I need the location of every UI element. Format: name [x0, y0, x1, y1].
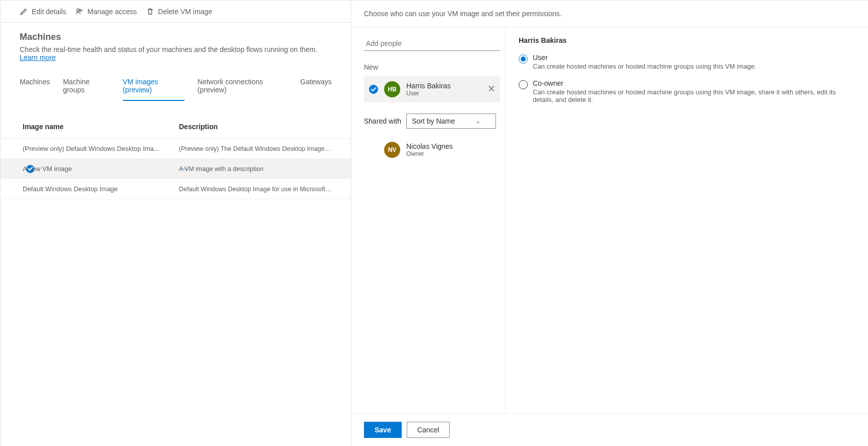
svg-point-0 — [77, 9, 80, 11]
row-name: A new VM image — [23, 165, 179, 173]
row-desc: (Preview only) The Default Windows Deskt… — [179, 145, 332, 152]
table-row[interactable]: A new VM image A VM image with a descrip… — [1, 159, 351, 179]
tab-bar: Machines Machine groups VM images (previ… — [1, 73, 351, 101]
table-row[interactable]: Default Windows Desktop Image Default Wi… — [1, 179, 351, 199]
cancel-button[interactable]: Cancel — [407, 422, 450, 438]
tab-machine-groups[interactable]: Machine groups — [63, 73, 110, 101]
add-people-input[interactable] — [364, 36, 500, 51]
permission-title: Co-owner — [533, 79, 855, 87]
pencil-icon — [20, 8, 28, 16]
page-subtitle-text: Check the real-time health and status of… — [20, 45, 318, 53]
person-row-shared[interactable]: NV Nicolas Vignes Owner — [364, 137, 500, 163]
person-role: Owner — [406, 150, 453, 157]
chevron-down-icon: ⌄ — [475, 118, 480, 125]
table-row[interactable]: (Preview only) Default Windows Desktop I… — [1, 139, 351, 159]
edit-details-label: Edit details — [32, 8, 66, 16]
row-desc: A VM image with a description — [179, 165, 332, 173]
row-desc: Default Windows Desktop Image for use in… — [179, 186, 332, 193]
permission-title: User — [533, 53, 757, 62]
panel-body: New HB Harris Bakiras User Shared with S… — [352, 27, 868, 413]
learn-more-link[interactable]: Learn more — [20, 53, 56, 62]
trash-icon — [146, 8, 154, 16]
row-name: Default Windows Desktop Image — [23, 185, 179, 193]
detail-heading: Harris Bakiras — [519, 36, 855, 44]
page-header: Machines Check the real-time health and … — [1, 23, 351, 66]
radio-icon — [519, 54, 528, 64]
radio-icon — [519, 80, 528, 89]
table-header-row: Image name Description — [1, 119, 351, 139]
delete-vm-label: Delete VM image — [158, 8, 212, 16]
more-options-icon[interactable]: ⋮ — [179, 164, 189, 173]
command-bar: Edit details Manage access Delete VM ima… — [1, 1, 351, 23]
manage-access-label: Manage access — [87, 8, 137, 16]
panel-footer: Save Cancel — [352, 413, 868, 446]
permission-option-coowner[interactable]: Co-owner Can create hosted machines or h… — [519, 79, 855, 103]
vm-images-table: Image name Description (Preview only) De… — [1, 119, 351, 199]
share-panel: Choose who can use your VM image and set… — [352, 0, 868, 446]
manage-access-button[interactable]: Manage access — [75, 8, 137, 16]
sort-dropdown[interactable]: Sort by Name ⌄ — [406, 114, 496, 129]
person-row-new[interactable]: HB Harris Bakiras User — [364, 76, 500, 102]
check-icon — [369, 85, 378, 94]
tab-machines[interactable]: Machines — [20, 73, 50, 101]
shared-with-row: Shared with Sort by Name ⌄ — [364, 114, 500, 129]
person-name: Harris Bakiras — [406, 82, 451, 90]
main-content: Edit details Manage access Delete VM ima… — [0, 0, 351, 446]
panel-instruction: Choose who can use your VM image and set… — [352, 1, 868, 27]
permissions-column: Harris Bakiras User Can create hosted ma… — [506, 27, 868, 413]
row-name: (Preview only) Default Windows Desktop I… — [23, 145, 179, 152]
shared-with-label: Shared with — [364, 117, 401, 125]
tab-gateways[interactable]: Gateways — [300, 73, 332, 101]
page-title: Machines — [20, 32, 332, 42]
tab-network-connections[interactable]: Network connections (preview) — [198, 73, 287, 101]
col-image-name[interactable]: Image name — [23, 123, 179, 131]
delete-vm-image-button[interactable]: Delete VM image — [146, 8, 212, 16]
permission-desc: Can create hosted machines or hosted mac… — [533, 63, 757, 70]
people-picker-column: New HB Harris Bakiras User Shared with S… — [352, 27, 506, 413]
permission-option-user[interactable]: User Can create hosted machines or hoste… — [519, 53, 855, 70]
col-description[interactable]: Description — [179, 123, 332, 131]
svg-point-1 — [80, 9, 82, 11]
close-icon — [488, 85, 495, 92]
people-icon — [75, 8, 83, 16]
avatar: HB — [384, 81, 400, 97]
avatar: NV — [384, 142, 400, 158]
new-section-label: New — [364, 63, 500, 71]
save-button[interactable]: Save — [364, 422, 402, 438]
page-subtitle: Check the real-time health and status of… — [20, 45, 332, 62]
sort-dropdown-label: Sort by Name — [412, 117, 455, 125]
edit-details-button[interactable]: Edit details — [20, 8, 66, 16]
remove-person-button[interactable] — [488, 85, 495, 94]
tab-vm-images[interactable]: VM images (preview) — [123, 73, 184, 101]
person-role: User — [406, 90, 451, 97]
person-name: Nicolas Vignes — [406, 142, 453, 150]
permission-desc: Can create hosted machines or hosted mac… — [533, 88, 855, 103]
